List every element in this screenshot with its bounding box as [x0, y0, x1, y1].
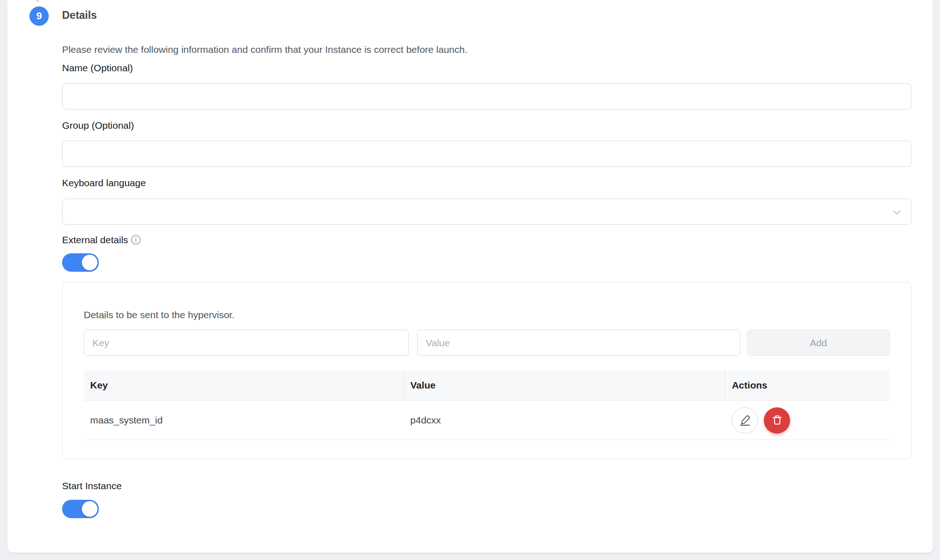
- intro-text: Please review the following information …: [62, 43, 911, 56]
- details-table: Key Value Actions maas_system_id p4dcxx: [84, 370, 890, 440]
- row-key-cell: maas_system_id: [84, 415, 404, 426]
- delete-button[interactable]: [764, 407, 790, 434]
- toggle-knob: [82, 501, 97, 517]
- row-actions-cell: [725, 407, 890, 434]
- step-connector: [36, 0, 39, 2]
- details-step-card: 9 Details Please review the following in…: [7, 0, 933, 553]
- keyboard-language-label: Keyboard language: [62, 176, 911, 189]
- value-input[interactable]: [417, 330, 740, 356]
- table-header-row: Key Value Actions: [84, 370, 890, 401]
- key-input[interactable]: [84, 330, 409, 356]
- table-header-actions: Actions: [725, 370, 890, 400]
- external-details-label: External details: [62, 233, 128, 246]
- external-details-toggle[interactable]: [62, 253, 99, 272]
- name-label: Name (Optional): [62, 61, 911, 74]
- external-details-label-row: External details: [62, 233, 911, 246]
- pencil-icon: [738, 413, 752, 427]
- group-input[interactable]: [62, 141, 911, 167]
- start-instance-toggle[interactable]: [62, 500, 99, 518]
- keyboard-language-select[interactable]: [62, 199, 911, 225]
- chevron-down-icon: [891, 206, 903, 218]
- key-value-input-row: Add: [84, 330, 890, 356]
- info-icon[interactable]: [130, 234, 142, 246]
- start-instance-label: Start Instance: [62, 479, 911, 492]
- table-row: maas_system_id p4dcxx: [84, 401, 890, 440]
- toggle-knob: [82, 255, 97, 270]
- hypervisor-description: Details to be sent to the hypervisor.: [84, 308, 890, 321]
- step-number-badge: 9: [29, 6, 49, 26]
- edit-button[interactable]: [732, 407, 758, 434]
- group-label: Group (Optional): [62, 119, 911, 132]
- name-input[interactable]: [62, 83, 911, 109]
- external-details-panel: Details to be sent to the hypervisor. Ad…: [62, 282, 911, 459]
- table-header-value: Value: [403, 370, 725, 400]
- row-value-cell: p4dcxx: [404, 415, 725, 426]
- table-header-key: Key: [84, 370, 403, 400]
- step-title: Details: [62, 7, 911, 23]
- trash-icon: [770, 413, 784, 427]
- add-button[interactable]: Add: [747, 330, 890, 356]
